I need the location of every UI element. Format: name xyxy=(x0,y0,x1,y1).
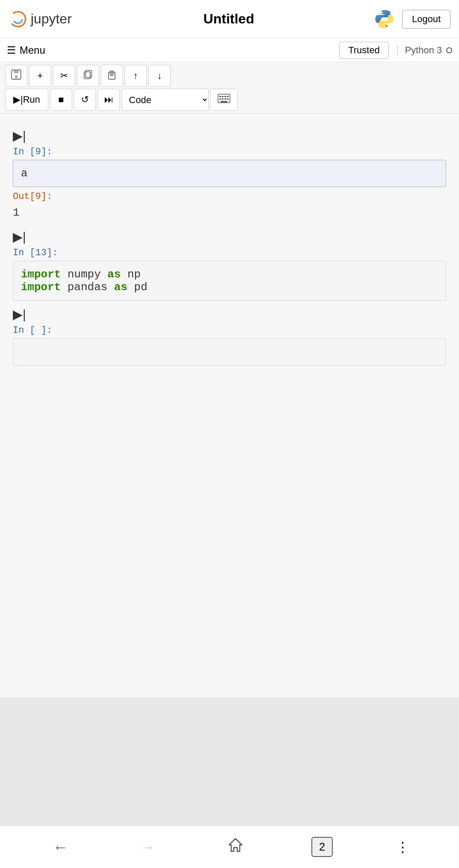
import-keyword-2: import xyxy=(21,281,61,294)
jupyter-logo: jupyter xyxy=(9,10,72,29)
paste-icon xyxy=(106,69,117,83)
menubar: ☰ Menu Trusted Python 3 xyxy=(0,38,459,62)
import-keyword-1: import xyxy=(21,268,61,281)
trusted-button[interactable]: Trusted xyxy=(339,42,389,59)
svg-rect-19 xyxy=(222,98,224,100)
svg-point-3 xyxy=(386,25,387,26)
as-keyword-2: as xyxy=(114,281,127,294)
svg-point-1 xyxy=(14,15,22,23)
svg-rect-17 xyxy=(227,96,229,97)
import-line-1: import numpy as np xyxy=(21,268,438,281)
browser-nav: ← → 2 ⋮ xyxy=(0,825,459,868)
in-label-13: In [13]: xyxy=(13,248,446,258)
cut-button[interactable]: ✂ xyxy=(53,65,75,87)
menu-button[interactable]: ☰ Menu xyxy=(7,44,45,56)
forward-button[interactable]: → xyxy=(136,834,160,860)
copy-icon xyxy=(82,69,93,83)
add-cell-button[interactable]: + xyxy=(29,65,51,87)
svg-rect-20 xyxy=(224,98,226,100)
move-up-button[interactable]: ↑ xyxy=(125,65,147,87)
cell-type-dropdown[interactable]: Code Markdown Raw NBConvert Heading xyxy=(122,89,209,111)
save-icon xyxy=(11,69,22,83)
out-label-9: Out[9]: xyxy=(13,191,446,202)
svg-rect-6 xyxy=(15,75,18,78)
back-button[interactable]: ← xyxy=(49,834,73,860)
pd-alias: pd xyxy=(134,281,147,294)
jupyter-icon xyxy=(9,10,27,29)
plus-icon: + xyxy=(38,70,43,81)
toolbar-row1: + ✂ ↑ ↓ xyxy=(5,65,454,87)
in-label-9: In [9]: xyxy=(13,147,446,157)
cell-separator-1: ▶| xyxy=(13,128,446,143)
svg-point-2 xyxy=(381,12,383,13)
kernel-status-circle xyxy=(446,47,452,53)
fast-forward-button[interactable]: ⏭ xyxy=(98,89,120,111)
scissors-icon: ✂ xyxy=(60,70,68,81)
in-label-empty: In [ ]: xyxy=(13,325,446,336)
jupyter-wordmark: jupyter xyxy=(31,11,72,27)
svg-rect-10 xyxy=(110,71,114,73)
menu-label: Menu xyxy=(20,44,45,56)
python-logo xyxy=(373,8,395,30)
header-bar: jupyter Untitled Logout xyxy=(0,0,459,38)
code-content-9: a xyxy=(21,167,28,180)
run-icon: ▶| xyxy=(13,94,23,105)
kernel-indicator: Python 3 xyxy=(397,45,452,56)
svg-point-0 xyxy=(10,12,25,26)
svg-rect-15 xyxy=(222,96,224,97)
cell-separator-2: ▶| xyxy=(13,229,446,244)
code-cell-13[interactable]: import numpy as np import pandas as pd xyxy=(13,261,446,301)
stop-button[interactable]: ■ xyxy=(50,89,72,111)
run-label: Run xyxy=(23,94,40,105)
kernel-label: Python 3 xyxy=(405,45,442,56)
svg-rect-14 xyxy=(219,96,221,97)
keyboard-shortcuts-button[interactable] xyxy=(210,89,238,111)
toolbar-row2: ▶| Run ■ ↺ ⏭ Code Markdown Raw NBConvert… xyxy=(5,89,454,111)
as-keyword-1: as xyxy=(107,268,121,281)
toolbar: + ✂ ↑ ↓ ▶| Run ■ ↺ xyxy=(0,62,459,114)
pandas-text: pandas xyxy=(67,281,114,294)
restart-icon: ↺ xyxy=(81,94,89,105)
hamburger-icon: ☰ xyxy=(7,44,16,56)
svg-marker-23 xyxy=(229,839,242,851)
paste-button[interactable] xyxy=(101,65,123,87)
copy-button[interactable] xyxy=(77,65,99,87)
more-options-button[interactable]: ⋮ xyxy=(396,839,410,855)
restart-button[interactable]: ↺ xyxy=(74,89,96,111)
code-cell-9[interactable]: a xyxy=(13,160,446,187)
import-line-2: import pandas as pd xyxy=(21,281,438,294)
stop-icon: ■ xyxy=(58,94,64,105)
output-value-9: 1 xyxy=(13,205,446,223)
notebook-title[interactable]: Untitled xyxy=(84,11,373,27)
keyboard-icon xyxy=(218,94,230,106)
arrow-up-icon: ↑ xyxy=(134,70,138,81)
logout-button[interactable]: Logout xyxy=(402,10,450,29)
home-button[interactable] xyxy=(223,832,248,862)
fast-forward-icon: ⏭ xyxy=(104,94,113,105)
numpy-text: numpy xyxy=(67,268,107,281)
svg-rect-16 xyxy=(224,96,226,97)
np-alias: np xyxy=(128,268,141,281)
save-button[interactable] xyxy=(5,65,27,87)
footer-area xyxy=(0,698,459,825)
svg-rect-18 xyxy=(219,98,221,100)
move-down-button[interactable]: ↓ xyxy=(148,65,171,87)
svg-rect-5 xyxy=(14,70,19,73)
notebook-area: ▶| In [9]: a Out[9]: 1 ▶| In [13]: impor… xyxy=(0,114,459,698)
svg-rect-22 xyxy=(221,101,227,102)
code-cell-empty[interactable] xyxy=(13,338,446,366)
arrow-down-icon: ↓ xyxy=(157,70,162,81)
home-icon xyxy=(227,839,244,857)
tabs-button[interactable]: 2 xyxy=(311,837,333,857)
cell-separator-3: ▶| xyxy=(13,307,446,322)
svg-rect-21 xyxy=(227,98,229,100)
run-button[interactable]: ▶| Run xyxy=(5,89,48,111)
